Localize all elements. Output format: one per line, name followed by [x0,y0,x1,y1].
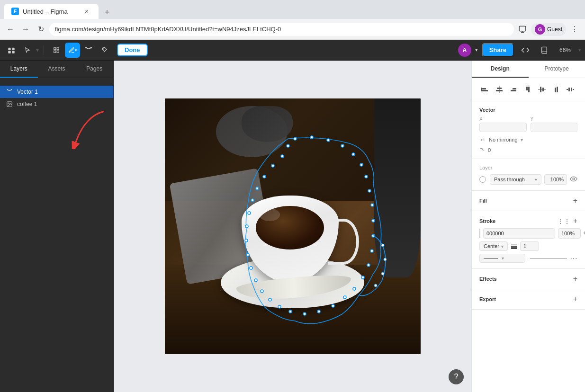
right-panel: Design Prototype [471,61,585,392]
effects-add-button[interactable]: + [573,275,577,283]
pen-dropdown[interactable]: ▾ [75,48,77,53]
stroke-weight-icon [511,243,517,249]
align-top-button[interactable] [522,84,533,95]
bg-cup [242,106,293,142]
export-title: Export [479,296,496,302]
back-button[interactable]: ← [4,23,17,36]
svg-point-25 [370,249,373,252]
tab-prototype[interactable]: Prototype [529,61,585,78]
tab-layers[interactable]: Layers [0,61,38,78]
layer-item-vector1[interactable]: Vector 1 [0,86,113,98]
svg-rect-62 [526,86,530,86]
svg-rect-71 [567,89,568,90]
select-tool[interactable] [20,43,35,58]
stroke-hex-input[interactable] [483,228,555,239]
toolbar-right: A ▾ Share 66% ▾ [458,43,581,58]
stroke-align-selector[interactable]: Center ▾ [479,241,508,251]
book-button[interactable] [537,43,552,58]
stroke-align-row: Center ▾ [479,241,577,251]
stroke-reorder-button[interactable]: ⋮⋮ [557,217,570,225]
svg-rect-57 [497,88,502,89]
stroke-opacity-input[interactable] [558,228,581,239]
new-tab-button[interactable]: + [100,6,114,19]
svg-rect-70 [557,87,558,92]
align-right-button[interactable] [508,84,519,95]
curve-tool[interactable] [81,43,96,58]
select-dropdown[interactable]: ▾ [36,47,39,53]
x-label: X [479,116,527,122]
red-arrow-annotation [62,107,109,151]
forward-button[interactable]: → [19,23,32,36]
bookmark-button[interactable] [516,23,529,36]
zoom-indicator[interactable]: 66% [556,45,575,55]
svg-rect-69 [555,88,556,92]
y-input[interactable] [531,123,578,132]
profile-button[interactable]: G Guest [531,23,566,36]
refresh-button[interactable]: ↻ [34,23,47,36]
left-panel: Layers Assets Pages [0,61,114,392]
pen-tool[interactable]: ▾ [65,43,80,58]
fill-row: Fill + [479,196,577,205]
align-middle-button[interactable] [536,84,548,95]
help-button[interactable]: ? [449,369,464,384]
share-button[interactable]: Share [482,43,514,57]
stroke-color-swatch[interactable] [479,229,480,238]
layer-name-coffee1: coffee 1 [17,101,37,107]
refresh-icon: ↻ [38,25,44,34]
svg-rect-72 [568,88,570,91]
vector-title: Vector [479,107,495,113]
blend-mode-selector[interactable]: Pass through ▾ [490,174,541,185]
back-icon: ← [7,25,14,34]
app-body: Layers Assets Pages [0,61,585,392]
visibility-toggle[interactable] [570,176,577,183]
svg-rect-56 [499,86,500,93]
tab-close-button[interactable]: × [82,7,91,16]
mirroring-row[interactable]: ↔ No mirroring ▾ [479,136,577,143]
export-add-button[interactable]: + [573,295,577,303]
blend-mode-row: Pass through ▾ [479,174,577,185]
opacity-input[interactable] [544,174,567,185]
svg-rect-0 [519,26,526,31]
vector-section-header: Vector [479,107,577,113]
align-bottom-button[interactable] [550,84,562,95]
x-input[interactable] [479,123,527,132]
svg-rect-55 [482,90,488,91]
x-field: X [479,116,527,132]
svg-point-24 [372,234,375,237]
effects-title: Effects [479,276,497,282]
tool-group-frame: ▾ [49,43,112,58]
frame-tool[interactable] [49,43,64,58]
coffee-scene [165,98,421,354]
stroke-more-options-button[interactable]: ⋯ [570,254,577,263]
stroke-add-button[interactable]: + [573,217,577,225]
y-label: Y [531,116,578,122]
zoom-dropdown[interactable]: ▾ [578,47,581,53]
align-center-h-button[interactable] [494,84,505,95]
more-menu-button[interactable]: ⋮ [568,23,581,36]
svg-rect-64 [528,87,530,92]
tab-pages[interactable]: Pages [75,61,113,78]
stroke-line-separator [530,258,567,258]
canvas-content [165,98,421,354]
paint-bucket-tool[interactable] [97,43,112,58]
done-button[interactable]: Done [117,44,148,56]
align-left-button[interactable] [479,84,491,95]
stroke-title: Stroke [479,218,495,224]
svg-rect-8 [57,51,59,53]
code-view-button[interactable] [518,43,533,58]
svg-point-13 [8,103,9,104]
user-dropdown[interactable]: ▾ [475,47,478,53]
layer-item-coffee1[interactable]: coffee 1 [0,98,113,110]
tab-assets[interactable]: Assets [38,61,76,78]
vector-icon [6,88,13,96]
fill-add-button[interactable]: + [573,196,577,205]
url-input[interactable]: figma.com/design/mHy69ikdLNTMt8pKdADXXU/… [49,23,514,36]
stroke-weight-input[interactable] [520,241,539,251]
stroke-align-label: Center [484,243,499,249]
tab-design[interactable]: Design [472,61,529,78]
distribute-button[interactable] [565,84,576,95]
stroke-line-dropdown: ▾ [502,256,504,261]
stroke-dash-selector[interactable]: ▾ [479,254,525,263]
figma-menu-button[interactable] [4,43,19,58]
active-tab[interactable]: F Untitled – Figma × [4,4,99,19]
